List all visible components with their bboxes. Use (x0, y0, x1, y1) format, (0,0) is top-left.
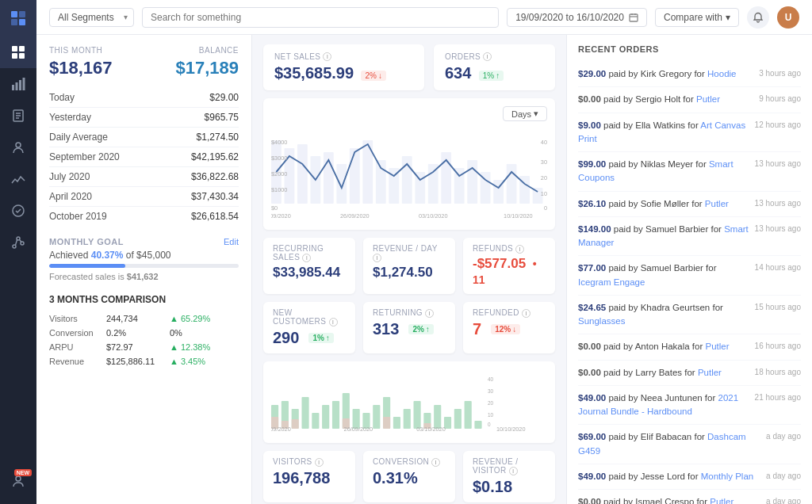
customer-metrics: NEW CUSTOMERS i 290 1% ↑ RETURNING i 313 (263, 302, 555, 353)
net-sales-badge: 2% ↓ (361, 71, 385, 81)
svg-point-16 (16, 143, 21, 147)
comparison-row: ARPU $72.97 ▲ 12.38% (49, 340, 239, 354)
month-balance-header: THIS MONTH BALANCE (49, 46, 239, 55)
new-customers-title: NEW CUSTOMERS i (273, 308, 346, 326)
order-product-link[interactable]: Icegram Engage (578, 277, 645, 287)
order-item: $0.00 paid by Sergio Holt for Putler 9 h… (578, 87, 801, 113)
comparison-row: Visitors 244,734 ▲ 65.29% (49, 311, 239, 326)
svg-rect-86 (292, 419, 299, 429)
stats-row: Today$29.00 (49, 88, 239, 108)
svg-text:19/09/2020: 19/09/2020 (271, 426, 291, 433)
svg-rect-6 (12, 53, 17, 59)
recurring-sales-title: RECURRING SALES i (273, 244, 346, 262)
order-item: $9.00 paid by Ella Watkins for Art Canva… (578, 113, 801, 153)
orders-badge: 1% ↑ (479, 71, 504, 81)
svg-rect-82 (465, 401, 472, 429)
order-product-link[interactable]: Putler (710, 497, 733, 504)
goal-progress-bar (49, 264, 239, 268)
search-input[interactable] (142, 7, 499, 28)
refunded-card: REFUNDED i 7 12% ↓ (463, 302, 555, 353)
net-sales-info[interactable]: i (323, 52, 331, 61)
svg-rect-30 (297, 144, 308, 204)
order-item: $77.00 paid by Samuel Barbier for Icegra… (578, 256, 801, 296)
order-item: $0.00 paid by Larry Bates for Putler 18 … (578, 361, 801, 386)
rev-day-card: REVENUE / DAY i $1,274.50 (363, 238, 455, 294)
stats-table: Today$29.00Yesterday$965.75Daily Average… (49, 88, 239, 226)
new-customers-badge: 1% ↑ (308, 333, 333, 343)
days-button[interactable]: Days ▾ (503, 106, 547, 121)
new-customers-info[interactable]: i (329, 318, 338, 326)
rev-day-info[interactable]: i (373, 254, 381, 262)
comparison-rows: Visitors 244,734 ▲ 65.29% Conversion 0.2… (49, 311, 239, 368)
order-product-link[interactable]: Putler (698, 368, 722, 377)
svg-text:03/10/2020: 03/10/2020 (416, 426, 446, 433)
notification-icon[interactable] (747, 6, 769, 29)
svg-rect-69 (332, 401, 339, 429)
top-metrics-row: NET SALES i $35,685.99 2% ↓ ORDERS i 634 (263, 44, 555, 90)
net-sales-card: NET SALES i $35,685.99 2% ↓ (263, 44, 424, 90)
edit-goal-link[interactable]: Edit (224, 237, 239, 246)
orders-value: 634 1% ↑ (445, 64, 544, 82)
sidebar-item-reports[interactable] (0, 163, 36, 195)
this-month-label: THIS MONTH (49, 46, 102, 55)
order-product-link[interactable]: Putler (705, 342, 729, 351)
refunded-value: 7 12% ↓ (473, 320, 546, 338)
rev-visitor-title: REVENUE / VISITOR i (473, 457, 546, 475)
recurring-sales-value: $33,985.44 (273, 265, 346, 281)
rev-day-title: REVENUE / DAY i (373, 244, 446, 262)
visitors-value: 196,788 (273, 469, 346, 487)
svg-text:$1000: $1000 (271, 186, 287, 193)
secondary-metrics: RECURRING SALES i $33,985.44 REVENUE / D… (263, 238, 555, 294)
order-product-link[interactable]: Sunglasses (578, 316, 625, 326)
svg-rect-66 (301, 397, 308, 429)
orders-list: $29.00 paid by Kirk Gregory for Hoodie 3… (578, 62, 801, 504)
svg-text:20: 20 (488, 400, 493, 406)
svg-line-21 (15, 239, 17, 245)
right-panel: RECENT ORDERS $29.00 paid by Kirk Gregor… (566, 35, 812, 504)
order-product-link[interactable]: Putler (705, 199, 729, 208)
svg-text:19/09/2020: 19/09/2020 (271, 212, 291, 220)
svg-text:30: 30 (488, 388, 493, 394)
svg-point-19 (17, 237, 20, 240)
svg-rect-81 (454, 409, 462, 429)
new-customers-card: NEW CUSTOMERS i 290 1% ↑ (263, 302, 355, 353)
order-item: $49.00 paid by Jesse Lord for Monthly Pl… (578, 464, 801, 490)
svg-rect-40 (428, 164, 439, 204)
svg-rect-11 (23, 78, 25, 90)
refunds-info[interactable]: i (515, 245, 524, 254)
sidebar-item-analytics[interactable] (0, 227, 36, 258)
order-product-link[interactable]: Monthly Plan (701, 472, 753, 481)
sidebar-item-customers[interactable] (0, 132, 36, 163)
orders-info[interactable]: i (483, 52, 492, 61)
svg-text:0: 0 (544, 204, 547, 212)
new-badge: NEW (14, 469, 32, 476)
sidebar-item-profile[interactable]: NEW (0, 464, 36, 496)
segment-selector[interactable]: All Segments (49, 8, 134, 27)
segment-select[interactable]: All Segments (49, 8, 134, 27)
svg-rect-24 (630, 14, 638, 21)
date-range-picker[interactable]: 19/09/2020 to 16/10/2020 (507, 8, 647, 27)
compare-button[interactable]: Compare with ▾ (655, 8, 739, 27)
conversion-title: CONVERSION i (373, 457, 446, 467)
svg-rect-46 (507, 164, 517, 204)
user-avatar[interactable]: U (777, 6, 799, 29)
sidebar-item-dashboard[interactable] (0, 36, 36, 68)
sidebar-item-sales[interactable] (0, 68, 36, 100)
goal-achieved-text: Achieved 40.37% of $45,000 (49, 250, 239, 261)
rev-visitor-info[interactable]: i (509, 467, 518, 475)
orders-card: ORDERS i 634 1% ↑ (434, 44, 555, 90)
order-product-link[interactable]: Hoodie (707, 69, 736, 78)
balance-label: BALANCE (199, 46, 239, 55)
goal-progress-fill (49, 264, 125, 268)
returning-title: RETURNING i (373, 308, 446, 318)
sidebar-item-orders[interactable] (0, 100, 36, 132)
sidebar-item-subscriptions[interactable] (0, 195, 36, 227)
visitors-info[interactable]: i (315, 458, 324, 467)
conversion-info[interactable]: i (431, 458, 440, 467)
date-range-text: 19/09/2020 to 16/10/2020 (515, 12, 624, 23)
svg-text:$4000: $4000 (271, 139, 287, 146)
returning-info[interactable]: i (425, 309, 434, 318)
order-product-link[interactable]: Putler (696, 94, 720, 104)
refunded-info[interactable]: i (522, 309, 530, 318)
recurring-info[interactable]: i (302, 254, 311, 262)
